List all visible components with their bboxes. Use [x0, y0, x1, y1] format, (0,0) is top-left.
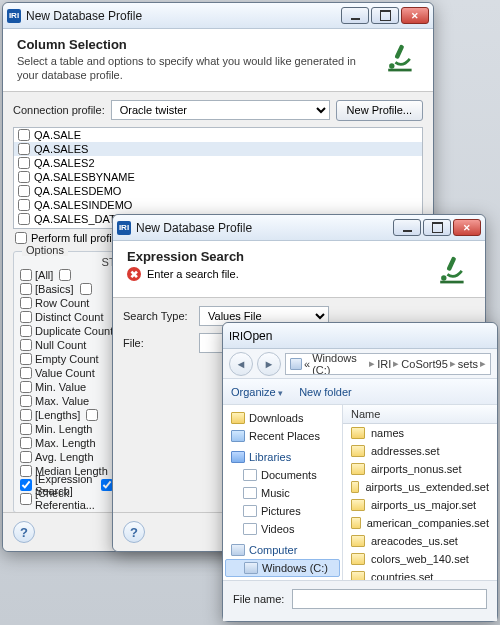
app-icon: IRI: [229, 330, 243, 342]
minimize-button[interactable]: [393, 219, 421, 236]
file-icon: [351, 571, 365, 580]
libraries-icon: [231, 451, 245, 463]
filename-input[interactable]: [292, 589, 487, 609]
table-checkbox[interactable]: [18, 143, 30, 155]
error-icon: ✖: [127, 267, 141, 281]
close-button[interactable]: [401, 7, 429, 24]
titlebar[interactable]: IRI Open: [223, 323, 497, 349]
option-row[interactable]: Row Count: [20, 296, 126, 310]
table-checkbox[interactable]: [18, 199, 30, 211]
tree-group[interactable]: Computer: [225, 541, 340, 559]
connection-profile-select[interactable]: Oracle twister: [111, 100, 330, 120]
option-row[interactable]: Value Count: [20, 366, 126, 380]
file-row[interactable]: airports_nonus.set: [343, 460, 497, 478]
drive-icon: [290, 358, 302, 370]
table-row[interactable]: QA.SALESINDEMO: [14, 198, 422, 212]
tree-node[interactable]: Downloads: [225, 409, 340, 427]
tree-node[interactable]: Music: [225, 484, 340, 502]
full-profile-checkbox[interactable]: [15, 232, 27, 244]
titlebar[interactable]: IRI New Database Profile: [113, 215, 485, 241]
file-row[interactable]: airports_us_extended.set: [343, 478, 497, 496]
computer-icon: [231, 544, 245, 556]
option-row[interactable]: Empty Count: [20, 352, 126, 366]
option-row[interactable]: Min. Value: [20, 380, 126, 394]
option-row[interactable]: Distinct Count: [20, 310, 126, 324]
options-group-title: Options: [22, 244, 68, 256]
minimize-button[interactable]: [341, 7, 369, 24]
option-row[interactable]: [Check Referentia...: [20, 492, 126, 506]
organize-menu[interactable]: Organize: [231, 386, 283, 398]
window-title: New Database Profile: [136, 221, 393, 235]
table-checkbox[interactable]: [18, 185, 30, 197]
file-row[interactable]: countries.set: [343, 568, 497, 580]
tree-group[interactable]: Libraries: [225, 448, 340, 466]
table-row[interactable]: QA.SALES2: [14, 156, 422, 170]
help-button[interactable]: ?: [123, 521, 145, 543]
table-checkbox[interactable]: [18, 157, 30, 169]
tree-node-selected[interactable]: Windows (C:): [225, 559, 340, 577]
titlebar[interactable]: IRI New Database Profile: [3, 3, 433, 29]
file-row[interactable]: areacodes_us.set: [343, 532, 497, 550]
file-row[interactable]: airports_us_major.set: [343, 496, 497, 514]
svg-rect-2: [388, 69, 411, 72]
svg-point-0: [389, 63, 394, 68]
table-checkbox[interactable]: [18, 171, 30, 183]
new-profile-button[interactable]: New Profile...: [336, 100, 423, 121]
file-icon: [351, 499, 365, 511]
new-folder-button[interactable]: New folder: [299, 386, 352, 398]
page-title: Column Selection: [17, 37, 369, 52]
error-message: Enter a search file.: [147, 268, 239, 280]
document-icon: [243, 469, 257, 481]
forward-button[interactable]: ►: [257, 352, 281, 376]
maximize-button[interactable]: [423, 219, 451, 236]
svg-rect-4: [446, 256, 456, 271]
connection-profile-label: Connection profile:: [13, 104, 105, 116]
file-row[interactable]: american_companies.set: [343, 514, 497, 532]
recent-icon: [231, 430, 245, 442]
option-row[interactable]: Max. Value: [20, 394, 126, 408]
tree-node[interactable]: Documents: [225, 466, 340, 484]
app-icon: IRI: [7, 9, 21, 23]
filename-label: File name:: [233, 593, 284, 605]
option-row[interactable]: [Basics]: [20, 282, 126, 296]
tree-node[interactable]: Videos: [225, 520, 340, 538]
option-row[interactable]: Min. Length: [20, 422, 126, 436]
table-row[interactable]: QA.SALE: [14, 128, 422, 142]
option-row[interactable]: Avg. Length: [20, 450, 126, 464]
breadcrumb[interactable]: « Windows (C:)▸ IRI▸ CoSort95▸ sets▸: [285, 353, 491, 375]
sto-label: STO: [20, 256, 126, 268]
option-row[interactable]: [Lengths]: [20, 408, 126, 422]
file-icon: [351, 463, 365, 475]
file-row[interactable]: names: [343, 424, 497, 442]
table-checkbox[interactable]: [18, 213, 30, 225]
file-icon: [351, 481, 359, 493]
table-checkbox[interactable]: [18, 129, 30, 141]
tree-node[interactable]: Pictures: [225, 502, 340, 520]
option-row[interactable]: [All]: [20, 268, 126, 282]
help-button[interactable]: ?: [13, 521, 35, 543]
file-label: File:: [123, 337, 193, 349]
file-icon: [351, 517, 361, 529]
microscope-icon: [431, 249, 471, 289]
table-row[interactable]: QA.SALESBYNAME: [14, 170, 422, 184]
drive-icon: [244, 562, 258, 574]
maximize-button[interactable]: [371, 7, 399, 24]
videos-icon: [243, 523, 257, 535]
option-row[interactable]: Null Count: [20, 338, 126, 352]
app-icon: IRI: [117, 221, 131, 235]
back-button[interactable]: ◄: [229, 352, 253, 376]
option-row[interactable]: Max. Length: [20, 436, 126, 450]
close-button[interactable]: [453, 219, 481, 236]
tree-node[interactable]: Recent Places: [225, 427, 340, 445]
options-list: [All] [Basics] Row Count Distinct Count …: [20, 268, 126, 506]
file-row[interactable]: addresses.set: [343, 442, 497, 460]
nav-tree[interactable]: Downloads Recent Places Libraries Docume…: [223, 405, 343, 580]
file-row[interactable]: colors_web_140.set: [343, 550, 497, 568]
column-header[interactable]: Name: [343, 405, 497, 424]
table-row[interactable]: QA.SALESDEMO: [14, 184, 422, 198]
file-list[interactable]: Name names addresses.set airports_nonus.…: [343, 405, 497, 580]
folder-icon: [351, 427, 365, 439]
option-row[interactable]: Duplicate Count: [20, 324, 126, 338]
table-row[interactable]: QA.SALES: [14, 142, 422, 156]
svg-rect-5: [440, 281, 463, 284]
